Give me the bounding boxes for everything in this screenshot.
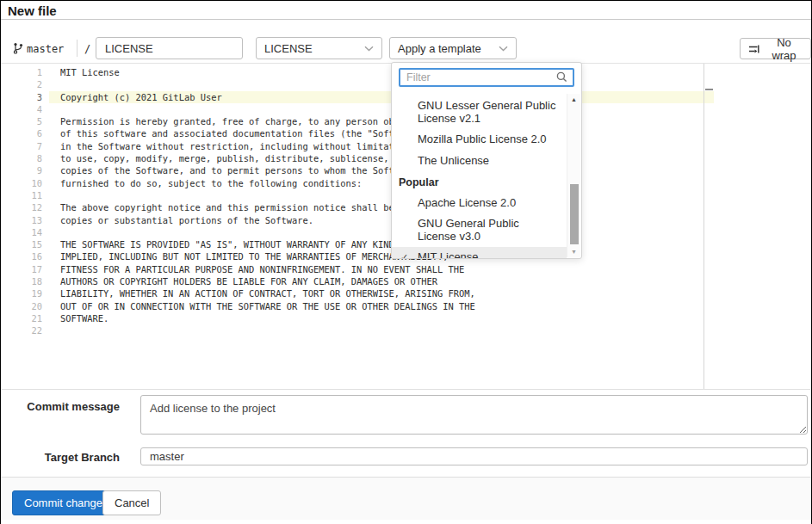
- line-number: 21: [2, 312, 42, 324]
- line-number: 18: [2, 275, 42, 287]
- template-option[interactable]: The Unlicense: [392, 151, 567, 172]
- line-number: 8: [2, 152, 42, 164]
- scroll-down-icon[interactable]: ▼: [567, 249, 580, 255]
- line-number: 12: [2, 201, 42, 213]
- line-number: 3: [2, 91, 42, 103]
- template-option-label: Apache License 2.0: [418, 196, 516, 209]
- template-filter-wrap: [399, 68, 574, 87]
- git-branch-icon: [12, 42, 24, 54]
- line-number: 16: [2, 250, 42, 262]
- search-icon: [556, 71, 567, 83]
- line-number: 15: [2, 238, 42, 250]
- line-number: 17: [2, 263, 42, 275]
- line-number: 4: [2, 103, 42, 115]
- file-type-select[interactable]: LICENSE: [256, 37, 382, 59]
- line-content: OUT OF OR IN CONNECTION WITH THE SOFTWAR…: [42, 300, 475, 312]
- template-option-label: The Unlicense: [418, 154, 489, 167]
- line-number: 11: [2, 189, 42, 201]
- template-option-label: Mozilla Public License 2.0: [418, 133, 547, 145]
- scrollbar-thumb[interactable]: [570, 184, 579, 244]
- template-filter-input[interactable]: [399, 68, 574, 87]
- line-number: 13: [2, 214, 42, 226]
- line-number: 14: [2, 226, 42, 238]
- template-option[interactable]: Mozilla Public License 2.0: [392, 129, 567, 151]
- toolbar-separator: [77, 40, 77, 57]
- line-number: 5: [2, 115, 42, 127]
- line-content: LIABILITY, WHETHER IN AN ACTION OF CONTR…: [42, 287, 475, 299]
- editor-line[interactable]: 19LIABILITY, WHETHER IN AN ACTION OF CON…: [2, 287, 810, 299]
- file-type-select-value: LICENSE: [264, 42, 313, 55]
- editor-line[interactable]: 22: [2, 324, 810, 336]
- line-content: furnished to do so, subject to the follo…: [42, 177, 362, 189]
- no-wrap-icon: [748, 44, 760, 54]
- filename-input[interactable]: [96, 37, 243, 59]
- line-content: Copyright (c) 2021 GitLab User: [42, 91, 222, 103]
- line-number: 9: [2, 164, 42, 176]
- commit-message-label: Commit message: [1, 400, 120, 413]
- line-content: IMPLIED, INCLUDING BUT NOT LIMITED TO TH…: [42, 250, 448, 262]
- editor-line[interactable]: 17FITNESS FOR A PARTICULAR PURPOSE AND N…: [2, 263, 810, 275]
- line-content: FITNESS FOR A PARTICULAR PURPOSE AND NON…: [42, 263, 464, 275]
- line-content: [42, 324, 60, 336]
- check-icon: ✓: [400, 251, 408, 258]
- line-content: copies or substantial portions of the So…: [42, 214, 313, 226]
- template-option[interactable]: Apache License 2.0: [392, 193, 567, 214]
- footer-bar: Commit changes Cancel: [2, 478, 810, 520]
- scroll-up-icon[interactable]: ▲: [567, 96, 580, 102]
- template-option[interactable]: GNU General Public License v3.0: [392, 213, 567, 247]
- chevron-down-icon: [499, 46, 508, 52]
- line-number: 10: [2, 177, 42, 189]
- template-option[interactable]: GNU Lesser General Public License v2.1: [392, 96, 567, 129]
- line-number: 2: [2, 78, 42, 90]
- template-option[interactable]: ✓MIT License: [392, 247, 567, 258]
- line-content: copies of the Software, and to permit pe…: [42, 164, 432, 176]
- line-content: AUTHORS OR COPYRIGHT HOLDERS BE LIABLE F…: [42, 275, 437, 287]
- template-dropdown-panel: GNU Lesser General Public License v2.1Mo…: [391, 62, 582, 259]
- line-content: SOFTWARE.: [42, 312, 108, 324]
- template-option-label: MIT License: [418, 250, 479, 258]
- line-number: 6: [2, 127, 42, 139]
- target-branch-label: Target Branch: [1, 451, 120, 464]
- line-content: [42, 226, 60, 238]
- editor-line[interactable]: 18AUTHORS OR COPYRIGHT HOLDERS BE LIABLE…: [2, 275, 810, 287]
- line-content: MIT License: [42, 66, 120, 78]
- chevron-down-icon: [364, 46, 374, 52]
- line-number: 19: [2, 287, 42, 299]
- line-number: 20: [2, 300, 42, 312]
- line-number: 1: [2, 66, 42, 78]
- editor-line[interactable]: 21SOFTWARE.: [2, 312, 810, 324]
- new-file-page: New file master / LICENSE Apply a templa…: [0, 0, 812, 524]
- line-content: [42, 189, 60, 201]
- target-branch-input[interactable]: [140, 447, 808, 465]
- template-option-label: GNU General Public License v3.0: [418, 217, 519, 243]
- editor-line[interactable]: 20OUT OF OR IN CONNECTION WITH THE SOFTW…: [2, 300, 810, 312]
- line-content: [42, 103, 60, 115]
- apply-template-select-value: Apply a template: [398, 42, 481, 55]
- template-option-label: GNU Lesser General Public License v2.1: [418, 99, 555, 125]
- dropdown-section-header: Popular: [392, 171, 567, 193]
- page-title: New file: [8, 3, 57, 18]
- path-separator: /: [84, 43, 90, 55]
- branch-name: master: [27, 43, 64, 55]
- apply-template-select[interactable]: Apply a template: [389, 37, 517, 59]
- line-number: 7: [2, 140, 42, 152]
- no-wrap-button[interactable]: No wrap: [740, 38, 811, 59]
- dropdown-scrollbar[interactable]: ▲ ▼: [567, 94, 580, 257]
- template-list: GNU Lesser General Public License v2.1Mo…: [392, 94, 567, 258]
- line-content: [42, 78, 60, 90]
- cancel-button[interactable]: Cancel: [102, 490, 161, 515]
- line-number: 22: [2, 324, 42, 336]
- no-wrap-label: No wrap: [766, 36, 803, 62]
- commit-message-textarea[interactable]: Add license to the project: [140, 395, 808, 435]
- title-divider: [1, 19, 811, 20]
